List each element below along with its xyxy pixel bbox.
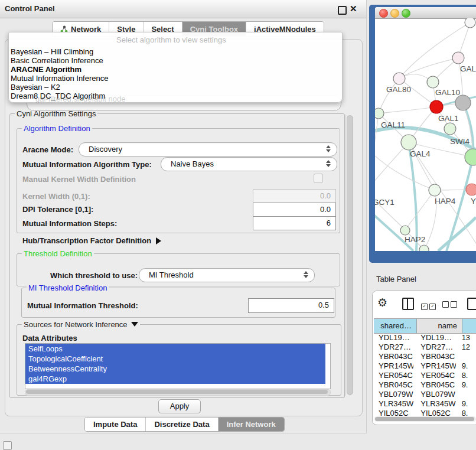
table-row[interactable]: YIL052CYIL052C8. [374, 409, 476, 416]
aracne-mode-combo[interactable]: Discovery [79, 142, 337, 156]
cell[interactable]: YBR045C [374, 380, 413, 390]
tab-discretize-data[interactable]: Discretize Data [146, 418, 218, 431]
network-node[interactable] [465, 18, 475, 28]
kernel-width-field[interactable]: 0.0 [253, 189, 336, 203]
cell[interactable]: YBL079W [413, 390, 455, 399]
column-header-shared-name[interactable]: shared… [374, 319, 417, 333]
mi-steps-field[interactable]: 6 [253, 216, 336, 230]
list-scrollbar-thumb[interactable] [26, 390, 328, 394]
cell[interactable]: YDL19… [374, 333, 413, 343]
cell[interactable]: YDL19… [413, 333, 455, 343]
mi-threshold-field[interactable]: 0.5 [248, 298, 334, 313]
cell[interactable]: YIL052C [413, 409, 455, 416]
table-row[interactable]: YLR345WYLR345W9. [374, 399, 476, 409]
cell[interactable]: YIL052C [374, 409, 413, 416]
cell[interactable]: YBR045C [413, 380, 455, 390]
manual-kernel-checkbox[interactable] [314, 174, 323, 183]
tab-infer-network[interactable]: Infer Network [219, 418, 284, 431]
network-node-gal80[interactable] [393, 73, 405, 84]
cell[interactable]: 9. [456, 380, 476, 390]
close-icon[interactable]: ✕ [350, 4, 357, 14]
network-canvas[interactable]: GAL GAL80 GAL10 GAL1 GAL11 SWI4 GAL4 GCY… [375, 18, 476, 251]
zoom-traffic-light[interactable] [402, 9, 410, 18]
network-node-selected-red[interactable] [430, 100, 443, 113]
cell[interactable]: YBL079W [374, 390, 413, 399]
float-window-icon[interactable] [338, 6, 347, 15]
cell[interactable]: YPR145W [413, 361, 455, 371]
cell[interactable]: YLR345W [374, 399, 413, 409]
cell[interactable]: YDR27… [374, 343, 413, 352]
cell[interactable]: 9. [456, 361, 476, 371]
apply-button[interactable]: Apply [158, 399, 201, 413]
table-row[interactable]: YBR045CYBR045C9. [374, 380, 476, 390]
table-horizontal-scrollbar[interactable] [374, 416, 476, 422]
minimize-traffic-light[interactable] [390, 9, 399, 18]
network-node-gal1[interactable] [444, 123, 456, 135]
cell[interactable]: YER054C [374, 371, 413, 380]
mi-type-combo[interactable]: Naive Bayes [161, 157, 337, 171]
dropdown-item[interactable]: Bayesian – K2 [9, 83, 342, 92]
add-column-icon[interactable] [467, 298, 476, 310]
column-header-name[interactable]: name [417, 319, 462, 333]
list-item[interactable]: TopologicalCoefficient [25, 354, 325, 364]
cell[interactable]: YDR27… [413, 343, 455, 352]
gear-icon[interactable]: ⚙ [377, 296, 387, 309]
network-node-gal4[interactable] [401, 135, 416, 150]
algorithm-combo-placeholder[interactable]: Select algorithm to view settings [9, 32, 342, 47]
dropdown-item[interactable]: Mutual Information Inference [9, 74, 342, 83]
network-node[interactable] [452, 52, 464, 64]
cell[interactable]: 9. [456, 399, 476, 409]
select-all-columns-icon[interactable]: ✓✓ [421, 301, 438, 310]
table-row[interactable]: YBR043CYBR043C [374, 352, 476, 361]
cell[interactable]: 8. [456, 371, 476, 380]
close-traffic-light[interactable] [379, 9, 388, 18]
table-body: YDL19…YDL19…13 YDR27…YDR27…12 YBR043CYBR… [374, 333, 476, 416]
column-header-partial[interactable] [462, 319, 476, 333]
list-horizontal-scrollbar[interactable] [25, 389, 331, 396]
cell[interactable]: YBR043C [413, 352, 455, 361]
cell[interactable] [456, 390, 476, 399]
network-node-gal11[interactable] [375, 108, 384, 119]
dropdown-item-selected[interactable]: ARACNE Algorithm [9, 65, 342, 74]
cell[interactable]: 8. [456, 409, 476, 416]
network-node-salmon[interactable] [466, 184, 476, 195]
which-threshold-combo[interactable]: MI Threshold [139, 268, 315, 282]
combo-stepper-icon [304, 271, 308, 278]
list-item[interactable]: BetweennessCentrality [25, 364, 325, 374]
cytopanel-dock-icon[interactable] [3, 441, 12, 450]
cell[interactable]: YBR043C [374, 352, 413, 361]
table-scrollbar-thumb[interactable] [375, 417, 474, 421]
cell[interactable]: YER054C [413, 371, 455, 380]
manual-kernel-label: Manual Kernel Width Definition [22, 175, 136, 184]
tab-impute-data[interactable]: Impute Data [85, 418, 146, 431]
settings-scrollbar[interactable] [345, 115, 353, 396]
list-item[interactable]: SelfLoops [25, 344, 325, 354]
settings-scrollbar-thumb[interactable] [347, 115, 353, 395]
network-node-hap4[interactable] [429, 184, 441, 196]
table-row[interactable]: YDR27…YDR27…12 [374, 343, 476, 352]
hub-definition-toggle[interactable]: Hub/Transcription Factor Definition [22, 236, 161, 245]
dpi-tolerance-field[interactable]: 0.0 [253, 203, 336, 217]
aracne-mode-label: Aracne Mode: [22, 145, 73, 154]
list-item[interactable]: gal4RGexp [25, 374, 325, 384]
cell[interactable]: YPR145W [374, 361, 413, 371]
network-node-gal10[interactable] [427, 76, 439, 88]
network-node-gray[interactable] [455, 95, 471, 110]
network-node-hap2[interactable] [400, 226, 410, 235]
network-node-swi4[interactable] [465, 149, 476, 165]
cell[interactable] [456, 352, 476, 361]
cell[interactable]: 12 [456, 343, 476, 352]
data-attributes-list[interactable]: SelfLoops TopologicalCoefficient Between… [25, 343, 331, 389]
table-row[interactable]: YBL079WYBL079W [374, 390, 476, 399]
network-node[interactable] [419, 245, 429, 251]
dropdown-item[interactable]: Basic Correlation Inference [9, 56, 342, 65]
split-columns-icon[interactable] [402, 298, 414, 310]
deselect-all-columns-icon[interactable] [442, 301, 459, 309]
sources-toggle[interactable]: Sources for Network Inference [22, 320, 140, 329]
table-row[interactable]: YER054CYER054C8. [374, 371, 476, 380]
cell[interactable]: YLR345W [413, 399, 455, 409]
table-row[interactable]: YDL19…YDL19…13 [374, 333, 476, 343]
dropdown-item[interactable]: Bayesian – Hill Climbing [9, 47, 342, 56]
cell[interactable]: 13 [456, 333, 476, 343]
table-row[interactable]: YPR145WYPR145W9. [374, 361, 476, 371]
